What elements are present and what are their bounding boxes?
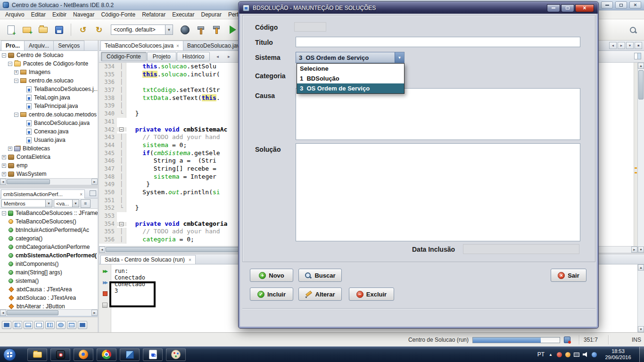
editor-tab-0[interactable]: TelaBancoDeSolucoes.java× bbox=[100, 41, 183, 50]
tree-item[interactable]: TelaPrincipal.java bbox=[0, 102, 98, 110]
navigator-item[interactable]: cmbCategoriaActionPerforme bbox=[0, 243, 98, 251]
expander-plus-icon[interactable]: + bbox=[8, 147, 12, 151]
tree-item[interactable]: BancoDeSolucao.java bbox=[0, 119, 98, 127]
navigator-item[interactable]: initComponents() bbox=[0, 260, 98, 268]
clear-button[interactable] bbox=[101, 301, 109, 309]
scroll-thumb[interactable] bbox=[7, 179, 50, 184]
tree-item[interactable]: +ContaEletrica bbox=[0, 153, 98, 161]
sistema-option-0[interactable]: Selecione bbox=[297, 64, 404, 74]
clock[interactable]: 18:53 29/06/2016 bbox=[601, 348, 635, 361]
clean-button[interactable] bbox=[178, 23, 192, 37]
maximize-button[interactable] bbox=[561, 4, 574, 12]
navigator-item[interactable]: categoria() bbox=[0, 234, 98, 243]
alterar-button[interactable]: Alterar bbox=[298, 288, 342, 301]
navigator-item[interactable]: −TelaBancoDeSolucoes :: JFrame bbox=[0, 209, 98, 217]
scroll-thumb[interactable] bbox=[638, 70, 644, 99]
chevron-down-icon[interactable]: ▼ bbox=[165, 25, 173, 34]
window-filled2-icon[interactable] bbox=[78, 321, 87, 329]
window-round-icon[interactable] bbox=[56, 321, 66, 329]
navigator-tab[interactable]: cmbSistemaActionPerf... × bbox=[1, 189, 85, 198]
sistema-option-1[interactable]: 1 BDSolução bbox=[297, 74, 404, 83]
forward-icon[interactable]: ► bbox=[224, 53, 233, 61]
window-plain-icon[interactable] bbox=[13, 321, 22, 329]
blue-status-icon[interactable] bbox=[592, 352, 597, 357]
window-bottom-icon[interactable] bbox=[34, 321, 44, 329]
paint-app-taskbar-button[interactable] bbox=[166, 348, 186, 361]
scroll-down-icon[interactable]: ▼ bbox=[638, 247, 644, 253]
menu-item-1[interactable]: Editar bbox=[28, 10, 49, 19]
filter-combobox[interactable]: <va... ▼ bbox=[54, 199, 79, 207]
rerun-debug-button[interactable]: ▶▶ bbox=[101, 278, 109, 287]
editor-vscrollbar[interactable]: ▲ ▼ bbox=[637, 63, 644, 253]
view-tab-2[interactable]: Histórico bbox=[177, 52, 210, 61]
close-icon[interactable]: × bbox=[80, 192, 83, 197]
panel-splitter[interactable] bbox=[0, 185, 98, 189]
scroll-down-icon[interactable]: ▼ bbox=[638, 326, 644, 332]
tab-list-icon[interactable]: ▼ bbox=[626, 42, 634, 49]
tree-item[interactable]: TelaBancoDeSolucoes.j... bbox=[0, 85, 98, 93]
expander-minus-icon[interactable]: − bbox=[2, 53, 6, 58]
tree-item[interactable]: TelaLogin.java bbox=[0, 93, 98, 102]
undo-button[interactable]: ↺ bbox=[76, 23, 90, 37]
output-vscrollbar[interactable]: ▲ ▼ bbox=[637, 264, 644, 332]
excluir-button[interactable]: − Excluir bbox=[349, 288, 394, 301]
navigator-item[interactable]: sistema() bbox=[0, 277, 98, 285]
buscar-button[interactable]: Buscar bbox=[298, 269, 342, 282]
panel-minimize-icon[interactable] bbox=[90, 190, 96, 196]
fold-collapse-icon[interactable]: − bbox=[119, 127, 124, 132]
close-button[interactable]: × bbox=[629, 1, 641, 8]
java-app-taskbar-button[interactable] bbox=[143, 348, 163, 361]
tree-item[interactable]: +emp bbox=[0, 161, 98, 170]
titulo-field[interactable] bbox=[296, 37, 580, 47]
members-combobox[interactable]: Membros ▼ bbox=[1, 199, 52, 207]
split-editor-icon[interactable] bbox=[634, 53, 641, 59]
new-project-button[interactable] bbox=[20, 23, 34, 37]
stop-button[interactable] bbox=[101, 289, 109, 298]
build-button[interactable] bbox=[194, 23, 208, 37]
restore-button[interactable] bbox=[615, 1, 627, 8]
language-indicator[interactable]: PT bbox=[537, 351, 545, 358]
chevron-down-icon[interactable]: ▼ bbox=[45, 200, 52, 207]
clean-build-button[interactable] bbox=[210, 23, 224, 37]
tree-item[interactable]: −Pacotes de Códigos-fonte bbox=[0, 59, 98, 68]
tree-item[interactable]: −Centro de Solucao bbox=[0, 51, 98, 59]
tree-item[interactable]: +WasSystem bbox=[0, 170, 98, 178]
minimize-button[interactable] bbox=[547, 4, 560, 12]
incluir-button[interactable]: ✓ Incluir bbox=[250, 288, 293, 301]
navigator-item[interactable]: btnIncluirActionPerformed(Ac bbox=[0, 226, 98, 234]
scroll-tabs-right-icon[interactable]: ► bbox=[618, 42, 625, 49]
navigator-item[interactable]: main(String[] args) bbox=[0, 268, 98, 277]
menu-item-5[interactable]: Refatorar bbox=[139, 10, 169, 19]
tree-item[interactable]: +Imagens bbox=[0, 68, 98, 76]
window-rows-icon[interactable] bbox=[67, 321, 76, 329]
navigator-hscrollbar[interactable]: ◄ ► bbox=[0, 309, 98, 316]
view-tab-0[interactable]: Código-Fonte bbox=[101, 52, 147, 61]
tree-item[interactable]: +Bibliotecas bbox=[0, 144, 98, 153]
save-all-button[interactable] bbox=[52, 23, 66, 37]
sair-button[interactable]: × Sair bbox=[551, 269, 586, 282]
codigo-field[interactable] bbox=[294, 22, 326, 32]
menu-item-3[interactable]: Navegar bbox=[70, 10, 98, 19]
cube-app-taskbar-button[interactable] bbox=[120, 348, 140, 361]
tree-item[interactable]: Conexao.java bbox=[0, 127, 98, 136]
menu-item-4[interactable]: Código-Fonte bbox=[98, 10, 139, 19]
config-combobox[interactable]: <config. default> ▼ bbox=[111, 25, 173, 35]
orange-status-icon[interactable] bbox=[565, 352, 570, 357]
redo-button[interactable]: ↻ bbox=[92, 23, 106, 37]
firefox-taskbar-button[interactable] bbox=[74, 348, 93, 361]
chevron-down-icon[interactable]: ▼ bbox=[395, 52, 404, 63]
rerun-button[interactable]: ▶▶ bbox=[101, 267, 109, 275]
expander-minus-icon[interactable]: − bbox=[14, 79, 18, 83]
warning-mark[interactable] bbox=[635, 172, 637, 173]
network-icon[interactable] bbox=[574, 353, 579, 357]
red-status-icon[interactable] bbox=[557, 352, 562, 357]
expander-plus-icon[interactable]: + bbox=[14, 70, 18, 74]
output-tab[interactable]: Saída - Centro de Solucao (run) × bbox=[100, 255, 196, 264]
scroll-left-icon[interactable]: ◄ bbox=[0, 310, 6, 316]
panel-tab-1[interactable]: Arquiv... bbox=[24, 41, 54, 50]
show-desktop-button[interactable] bbox=[639, 347, 644, 362]
tree-item[interactable]: −centro.de.solucao.metodos bbox=[0, 110, 98, 119]
maximize-editor-icon[interactable]: ■ bbox=[635, 42, 642, 49]
projects-hscrollbar[interactable]: ◄ ► bbox=[0, 178, 98, 185]
data-inclusao-field[interactable] bbox=[463, 244, 579, 254]
